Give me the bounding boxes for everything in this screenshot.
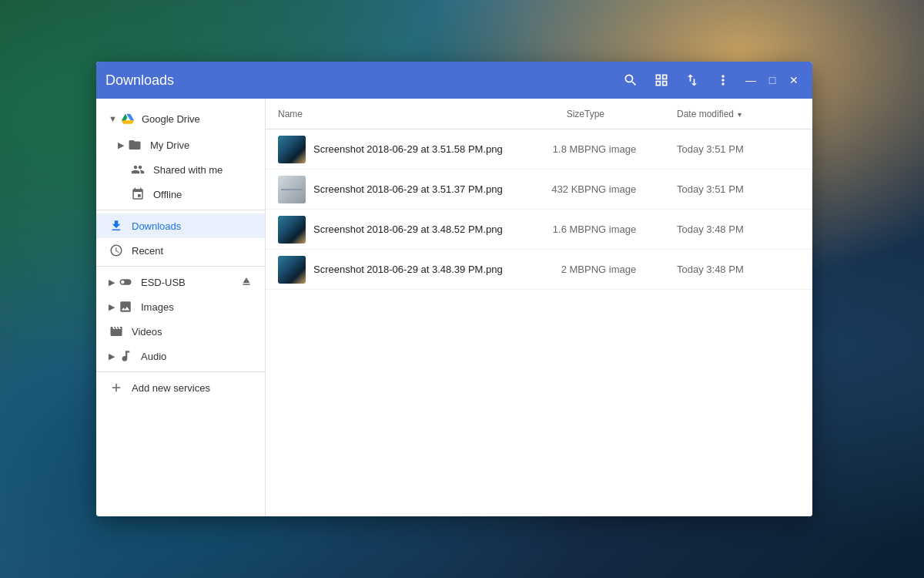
esd-usb-label: ESD-USB [141, 277, 240, 288]
file-thumbnail [278, 216, 306, 244]
sidebar-item-my-drive[interactable]: ▶ My Drive [105, 133, 265, 157]
toolbar-actions [618, 68, 735, 92]
eject-icon[interactable] [240, 275, 253, 290]
table-row[interactable]: Screenshot 2018-06-29 at 3.51.37 PM.png … [266, 170, 812, 210]
sidebar-item-videos[interactable]: Videos [96, 319, 265, 344]
file-date: Today 3:51 PM [677, 183, 800, 195]
my-drive-label: My Drive [150, 139, 253, 151]
col-type-header[interactable]: Type [584, 109, 677, 119]
sidebar-item-add-services[interactable]: Add new services [96, 375, 265, 400]
maximize-button[interactable]: □ [763, 71, 782, 89]
audio-icon [118, 348, 133, 364]
sort-arrow-icon: ▾ [738, 110, 742, 119]
file-list-header: Name Size Type Date modified ▾ [266, 99, 812, 129]
esd-usb-chevron: ▶ [109, 277, 115, 287]
file-name: Screenshot 2018-06-29 at 3.48.52 PM.png [313, 223, 503, 235]
file-name-cell: Screenshot 2018-06-29 at 3.51.58 PM.png [278, 136, 507, 163]
file-date: Today 3:51 PM [677, 143, 800, 155]
folder-icon [127, 137, 142, 153]
file-thumbnail [278, 176, 306, 203]
audio-label: Audio [141, 351, 253, 362]
audio-chevron: ▶ [109, 351, 115, 361]
sidebar-item-recent[interactable]: Recent [96, 238, 265, 263]
image-icon [118, 299, 133, 314]
file-name-cell: Screenshot 2018-06-29 at 3.48.39 PM.png [278, 256, 507, 284]
file-list: Screenshot 2018-06-29 at 3.51.58 PM.png … [266, 129, 812, 516]
file-name: Screenshot 2018-06-29 at 3.51.37 PM.png [313, 183, 503, 195]
download-icon [109, 218, 124, 234]
close-button[interactable]: ✕ [785, 71, 803, 89]
col-date-header[interactable]: Date modified ▾ [677, 109, 800, 119]
google-drive-subitems: ▶ My Drive Shared with me [96, 133, 265, 207]
offline-label: Offline [153, 189, 253, 200]
file-name-cell: Screenshot 2018-06-29 at 3.51.37 PM.png [278, 176, 507, 203]
sidebar-item-downloads[interactable]: Downloads [96, 213, 265, 238]
shared-label: Shared with me [153, 164, 253, 176]
file-date: Today 3:48 PM [677, 223, 800, 235]
sidebar-item-audio[interactable]: ▶ Audio [96, 344, 265, 368]
table-row[interactable]: Screenshot 2018-06-29 at 3.48.52 PM.png … [266, 210, 812, 250]
col-size-header[interactable]: Size [507, 109, 584, 119]
file-type: PNG image [584, 264, 677, 275]
drive-icon [118, 274, 133, 290]
divider-2 [96, 266, 265, 267]
file-size: 2 MB [507, 264, 584, 275]
sidebar: ▼ Google Drive ▶ My Drive [96, 99, 266, 516]
divider-3 [96, 371, 265, 372]
file-type: PNG image [584, 223, 677, 235]
sidebar-item-offline[interactable]: Offline [105, 182, 265, 207]
google-drive-label: Google Drive [142, 113, 200, 125]
recent-label: Recent [132, 245, 253, 257]
grid-view-button[interactable] [649, 68, 674, 92]
col-name-header[interactable]: Name [278, 109, 507, 119]
google-drive-icon [120, 111, 136, 126]
file-type: PNG image [584, 183, 677, 195]
videos-label: Videos [132, 326, 253, 338]
file-size: 432 KB [507, 183, 584, 195]
file-date: Today 3:48 PM [677, 264, 800, 275]
minimize-button[interactable]: — [742, 71, 760, 89]
sort-button[interactable] [680, 68, 705, 92]
images-chevron: ▶ [109, 302, 115, 312]
window-controls: — □ ✕ [742, 71, 803, 89]
file-size: 1.6 MB [507, 223, 584, 235]
people-icon [130, 162, 146, 177]
table-row[interactable]: Screenshot 2018-06-29 at 3.51.58 PM.png … [266, 129, 812, 170]
more-options-button[interactable] [711, 68, 735, 92]
file-type: PNG image [584, 143, 677, 155]
google-drive-chevron: ▼ [109, 114, 117, 123]
sidebar-item-images[interactable]: ▶ Images [96, 294, 265, 319]
video-icon [109, 324, 124, 339]
sidebar-item-esd-usb[interactable]: ▶ ESD-USB [96, 270, 265, 294]
search-button[interactable] [618, 68, 643, 92]
sidebar-item-shared[interactable]: Shared with me [105, 157, 265, 182]
file-thumbnail [278, 256, 306, 284]
file-name: Screenshot 2018-06-29 at 3.51.58 PM.png [313, 143, 503, 155]
file-area: Name Size Type Date modified ▾ Screensho… [266, 99, 812, 516]
my-drive-chevron: ▶ [118, 140, 124, 150]
divider-1 [96, 210, 265, 210]
sidebar-item-google-drive[interactable]: ▼ Google Drive [96, 105, 265, 133]
main-content: ▼ Google Drive ▶ My Drive [96, 99, 812, 516]
table-row[interactable]: Screenshot 2018-06-29 at 3.48.39 PM.png … [266, 250, 812, 290]
titlebar: Downloads — □ ✕ [96, 62, 812, 99]
file-size: 1.8 MB [507, 143, 584, 155]
file-name: Screenshot 2018-06-29 at 3.48.39 PM.png [313, 264, 503, 275]
window-title: Downloads [105, 72, 618, 89]
add-services-label: Add new services [132, 382, 253, 394]
file-manager-window: Downloads — □ ✕ ▼ [96, 62, 812, 516]
images-label: Images [141, 301, 253, 313]
pin-icon [130, 187, 146, 202]
add-icon [109, 380, 124, 395]
file-thumbnail [278, 136, 306, 163]
downloads-label: Downloads [132, 220, 253, 232]
clock-icon [109, 243, 124, 258]
file-name-cell: Screenshot 2018-06-29 at 3.48.52 PM.png [278, 216, 507, 244]
